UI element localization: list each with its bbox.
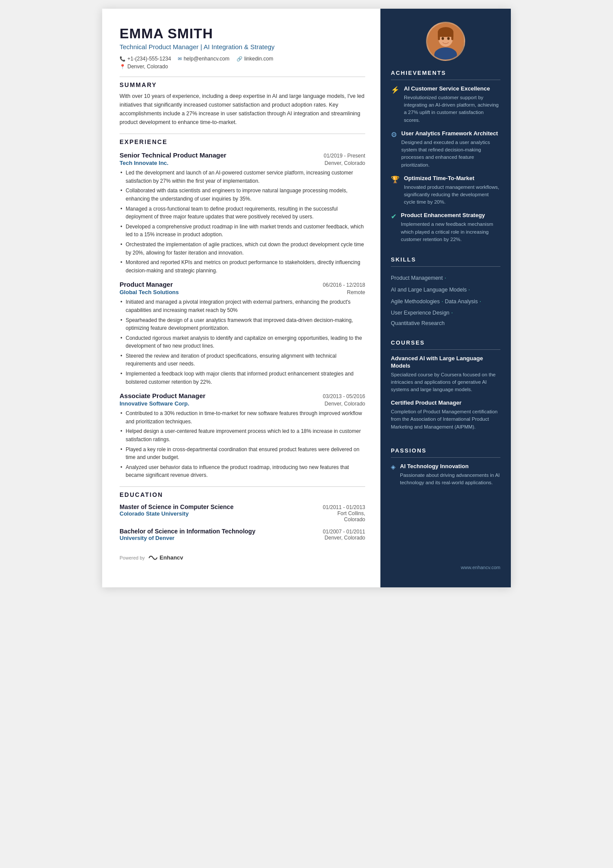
experience-title: EXPERIENCE — [120, 138, 365, 145]
left-column: EMMA SMITH Technical Product Manager | A… — [102, 9, 380, 587]
diamond-icon: ◈ — [391, 463, 396, 486]
degree-1-school: Colorado State University — [120, 510, 189, 523]
job-3-title: Associate Product Manager — [120, 392, 206, 399]
bullet-item: Spearheaded the design of a user analyti… — [120, 316, 365, 332]
achievement-4-desc: Implemented a new feedback mechanism whi… — [401, 221, 500, 243]
powered-by-label: Powered by — [120, 555, 145, 560]
achievement-3-title: Optimized Time-To-Market — [404, 175, 500, 182]
passion-1-content: AI Technology Innovation Passionate abou… — [400, 463, 500, 486]
achievement-2-content: User Analytics Framework Architect Desig… — [401, 130, 500, 169]
passions-section: PASSIONS ◈ AI Technology Innovation Pass… — [380, 447, 511, 498]
skill-item: Quantitative Research — [391, 320, 445, 326]
bullet-item: Conducted rigorous market analysis to id… — [120, 334, 365, 350]
achievement-2: ⚙ User Analytics Framework Architect Des… — [391, 130, 500, 169]
job-3-company: Innovative Software Corp. — [120, 400, 189, 407]
bullet-item: Monitored and reported KPIs and metrics … — [120, 258, 365, 275]
candidate-name: EMMA SMITH — [120, 26, 365, 41]
achievement-2-title: User Analytics Framework Architect — [401, 130, 500, 137]
header: EMMA SMITH Technical Product Manager | A… — [120, 26, 365, 70]
job-2-company: Global Tech Solutions — [120, 289, 179, 295]
enhancv-logo-icon — [148, 555, 158, 561]
footer-left: Powered by Enhancv — [120, 554, 365, 561]
location-icon: 📍 — [120, 64, 126, 70]
course-1: Advanced AI with Large Language Models S… — [391, 355, 500, 394]
job-2-bullets: Initiated and managed a pivotal integrat… — [120, 298, 365, 386]
svg-rect-3 — [438, 31, 453, 37]
achievement-4-title: Product Enhancement Strategy — [401, 212, 500, 219]
brand-name: Enhancv — [160, 554, 183, 561]
skill-dot: · — [478, 298, 481, 305]
bullet-item: Developed a comprehensive product roadma… — [120, 223, 365, 239]
phone-contact: 📞 +1-(234)-555-1234 — [120, 56, 171, 62]
achievement-1-content: AI Customer Service Excellence Revolutio… — [404, 85, 500, 124]
degree-2-school: University of Denver — [120, 535, 174, 541]
achievement-3: 🏆 Optimized Time-To-Market Innovated pro… — [391, 175, 500, 206]
linkedin-text: linkedin.com — [244, 56, 273, 62]
skill-item: Agile Methodologies — [391, 298, 440, 305]
bullet-item: Collaborated with data scientists and en… — [120, 187, 365, 203]
svg-rect-8 — [451, 32, 453, 40]
achievement-3-desc: Innovated product management workflows, … — [404, 184, 500, 206]
achievement-1-desc: Revolutionized customer support by integ… — [404, 94, 500, 124]
passion-1-title: AI Technology Innovation — [400, 463, 500, 470]
skills-title: SKILLS — [391, 256, 500, 263]
bullet-item: Contributed to a 30% reduction in time-t… — [120, 409, 365, 426]
courses-divider — [391, 349, 500, 350]
achievement-4: ✔ Product Enhancement Strategy Implement… — [391, 212, 500, 243]
skill-dot: · — [440, 298, 445, 305]
education-title: EDUCATION — [120, 491, 365, 498]
passion-1-desc: Passionate about driving advancements in… — [400, 472, 500, 487]
bolt-icon: ⚡ — [391, 86, 400, 124]
bullet-item: Managed a cross-functional team to defin… — [120, 205, 365, 221]
degree-1-school-row: Colorado State University Fort Collins,C… — [120, 510, 365, 523]
degree-1-header: Master of Science in Computer Science 01… — [120, 503, 365, 510]
achievement-1-title: AI Customer Service Excellence — [404, 85, 500, 93]
email-contact: ✉ help@enhancv.com — [178, 56, 229, 62]
summary-section: SUMMARY With over 10 years of experience… — [120, 77, 365, 127]
degree-1-date: 01/2011 - 01/2013 — [323, 504, 365, 510]
degree-2-header: Bachelor of Science in Information Techn… — [120, 528, 365, 535]
resume-container: EMMA SMITH Technical Product Manager | A… — [102, 9, 511, 587]
svg-rect-7 — [438, 32, 440, 40]
degree-1-location: Fort Collins,Colorado — [337, 510, 365, 523]
job-3-bullets: Contributed to a 30% reduction in time-t… — [120, 409, 365, 479]
achievement-3-content: Optimized Time-To-Market Innovated produ… — [404, 175, 500, 206]
job-1-date: 01/2019 - Present — [324, 153, 365, 159]
summary-text: With over 10 years of experience, includ… — [120, 92, 365, 127]
skill-item: Product Management — [391, 275, 443, 281]
achievements-section: ACHIEVEMENTS ⚡ AI Customer Service Excel… — [380, 70, 511, 256]
job-1: Senior Technical Product Manager 01/2019… — [120, 151, 365, 275]
skill-dot: · — [466, 286, 470, 293]
avatar — [426, 22, 465, 61]
passions-title: PASSIONS — [391, 447, 500, 454]
passion-1: ◈ AI Technology Innovation Passionate ab… — [391, 463, 500, 486]
summary-divider — [120, 77, 365, 77]
profile-photo — [427, 22, 464, 61]
job-1-company: Tech Innovate Inc. — [120, 160, 168, 166]
skills-section: SKILLS Product Management · AI and Large… — [380, 256, 511, 336]
check-icon: ✔ — [391, 212, 396, 243]
phone-text: +1-(234)-555-1234 — [127, 56, 171, 62]
job-3-company-row: Innovative Software Corp. Denver, Colora… — [120, 400, 365, 407]
candidate-title: Technical Product Manager | AI Integrati… — [120, 43, 365, 50]
degree-2: Bachelor of Science in Information Techn… — [120, 528, 365, 541]
website-text: www.enhancv.com — [461, 565, 500, 570]
experience-section: EXPERIENCE Senior Technical Product Mana… — [120, 134, 365, 479]
skill-item: AI and Large Language Models — [391, 287, 466, 293]
courses-section: COURSES Advanced AI with Large Language … — [380, 339, 511, 444]
job-1-company-row: Tech Innovate Inc. Denver, Colorado — [120, 160, 365, 166]
job-2-company-row: Global Tech Solutions Remote — [120, 289, 365, 295]
course-2: Certified Product Manager Completion of … — [391, 399, 500, 431]
svg-point-5 — [442, 37, 444, 40]
footer-right: www.enhancv.com — [380, 560, 511, 570]
job-1-title: Senior Technical Product Manager — [120, 151, 227, 159]
courses-title: COURSES — [391, 339, 500, 346]
degree-2-name: Bachelor of Science in Information Techn… — [120, 528, 255, 535]
link-icon: 🔗 — [237, 56, 243, 62]
experience-divider — [120, 134, 365, 134]
location-text: Denver, Colorado — [127, 64, 168, 70]
skill-item: Data Analysis — [445, 298, 478, 305]
job-1-header: Senior Technical Product Manager 01/2019… — [120, 151, 365, 159]
email-icon: ✉ — [178, 56, 182, 62]
degree-2-date: 01/2007 - 01/2011 — [323, 529, 365, 535]
